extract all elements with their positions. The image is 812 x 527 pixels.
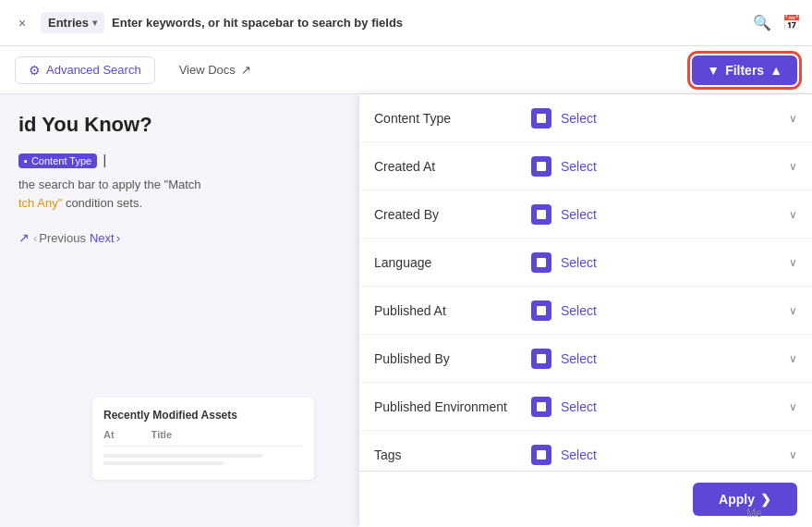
col-at: At (103, 429, 115, 440)
chevron-down-icon-published-by[interactable]: ∨ (789, 352, 797, 365)
filter-select-created-at[interactable]: Select (561, 159, 780, 174)
filter-select-published-at[interactable]: Select (561, 303, 780, 318)
filters-arrow: ▲ (770, 63, 782, 78)
apply-button[interactable]: Apply ❯ (693, 483, 797, 516)
filter-label-published-environment: Published Environment (374, 399, 522, 414)
filter-label-content-type: Content Type (374, 111, 522, 126)
chevron-down-icon-created-at[interactable]: ∨ (789, 160, 797, 173)
advanced-search-button[interactable]: ⚙ Advanced Search (15, 56, 155, 84)
filter-row-published-environment: Published Environment Select ∨ (359, 383, 812, 431)
tip-text: the search bar to apply the "Match tch A… (18, 176, 296, 212)
calendar-icon[interactable]: 📅 (782, 14, 801, 31)
filter-select-published-by[interactable]: Select (561, 351, 780, 366)
next-label: Next (90, 231, 115, 245)
view-docs-button[interactable]: View Docs ↗ (166, 57, 264, 82)
col-title: Title (151, 429, 172, 440)
chevron-down-icon-created-by[interactable]: ∨ (789, 208, 797, 221)
filter-label-created-at: Created At (374, 159, 522, 174)
recently-modified-title: Recently Modified Assets (103, 409, 303, 422)
search-icon[interactable]: 🔍 (753, 14, 771, 31)
filter-row-content-type: Content Type Select ∨ (359, 94, 812, 142)
svg-rect-0 (537, 114, 546, 123)
entries-dropdown[interactable]: Entries ▾ (41, 12, 104, 33)
external-link-icon: ↗ (241, 63, 251, 77)
entries-label: Entries (48, 16, 89, 30)
svg-rect-5 (537, 354, 546, 363)
content-type-line: ▪ Content Type | (18, 152, 296, 168)
filter-row-created-by: Created By Select ∨ (359, 190, 812, 239)
filter-icon-tags (531, 445, 551, 465)
filter-label-language: Language (374, 255, 522, 270)
external-link-icon[interactable]: ↗ (18, 230, 30, 245)
toolbar: ⚙ Advanced Search View Docs ↗ ▼ Filters … (0, 46, 812, 94)
filter-select-created-by[interactable]: Select (561, 207, 780, 222)
filter-row-published-at: Published At Select ∨ (359, 287, 812, 335)
chevron-down-icon-published-at[interactable]: ∨ (789, 304, 797, 317)
search-hint-text: Enter keywords, or hit spacebar to searc… (112, 16, 403, 30)
filter-select-language[interactable]: Select (561, 255, 780, 270)
filter-panel: Content Type Select ∨ Created At Select … (359, 94, 812, 527)
search-bar: × Entries ▾ Enter keywords, or hit space… (0, 0, 812, 46)
svg-rect-4 (537, 306, 546, 315)
apply-arrow-icon: ❯ (760, 492, 771, 507)
search-icons: 🔍 📅 (753, 14, 801, 31)
filter-icon-published-at (531, 300, 551, 321)
filter-select-tags[interactable]: Select (561, 447, 780, 462)
advanced-search-label: Advanced Search (46, 63, 141, 77)
filter-footer: Me Apply ❯ (359, 471, 812, 527)
filter-icon-created-by (531, 204, 551, 225)
filter-icon-language (531, 252, 551, 273)
filter-label-published-by: Published By (374, 351, 522, 366)
filter-row-published-by: Published By Select ∨ (359, 335, 812, 383)
filter-list: Content Type Select ∨ Created At Select … (359, 94, 812, 471)
filter-row-language: Language Select ∨ (359, 239, 812, 287)
filter-select-content-type[interactable]: Select (561, 111, 780, 126)
previous-button[interactable]: ‹ Previous (33, 231, 86, 245)
filter-select-published-environment[interactable]: Select (561, 399, 780, 414)
recently-modified-section: Recently Modified Assets At Title (92, 398, 314, 480)
search-input-area[interactable]: Enter keywords, or hit spacebar to searc… (112, 16, 745, 30)
column-headers: At Title (103, 429, 303, 440)
close-button[interactable]: × (11, 12, 33, 34)
filter-label-tags: Tags (374, 447, 522, 462)
filters-label: Filters (725, 63, 764, 78)
svg-rect-6 (537, 402, 546, 411)
filter-icon-published-environment (531, 397, 551, 417)
chevron-down-icon-language[interactable]: ∨ (789, 256, 797, 269)
gear-icon: ⚙ (29, 63, 41, 78)
nav-area: ↗ ‹ Previous Next › (18, 230, 296, 245)
filter-icon-content-type (531, 108, 551, 129)
content-type-tag: ▪ Content Type (18, 153, 97, 168)
chevron-down-icon-content-type[interactable]: ∨ (789, 112, 797, 125)
svg-rect-2 (537, 210, 546, 219)
chevron-left-icon: ‹ (33, 231, 37, 245)
svg-rect-1 (537, 162, 546, 171)
me-badge: Me (746, 507, 762, 520)
view-docs-label: View Docs (179, 63, 236, 77)
content-type-icon: ▪ (24, 155, 28, 166)
chevron-down-icon-tags[interactable]: ∨ (789, 448, 797, 461)
entries-dropdown-arrow: ▾ (92, 18, 97, 28)
filter-label-created-by: Created By (374, 207, 522, 222)
svg-rect-3 (537, 258, 546, 267)
next-button[interactable]: Next › (90, 231, 120, 245)
filter-row-created-at: Created At Select ∨ (359, 142, 812, 190)
filters-button[interactable]: ▼ Filters ▲ (692, 55, 797, 85)
filter-icon-published-by (531, 349, 551, 369)
apply-label: Apply (719, 492, 755, 507)
filter-icon-created-at (531, 156, 551, 177)
filter-icon: ▼ (707, 63, 720, 78)
filter-row-tags: Tags Select ∨ (359, 431, 812, 471)
svg-rect-7 (537, 450, 546, 460)
chevron-down-icon-published-environment[interactable]: ∨ (789, 400, 797, 413)
did-you-know-heading: id You Know? (18, 113, 296, 137)
chevron-right-icon: › (116, 231, 120, 245)
filter-label-published-at: Published At (374, 303, 522, 318)
previous-label: Previous (39, 231, 86, 245)
